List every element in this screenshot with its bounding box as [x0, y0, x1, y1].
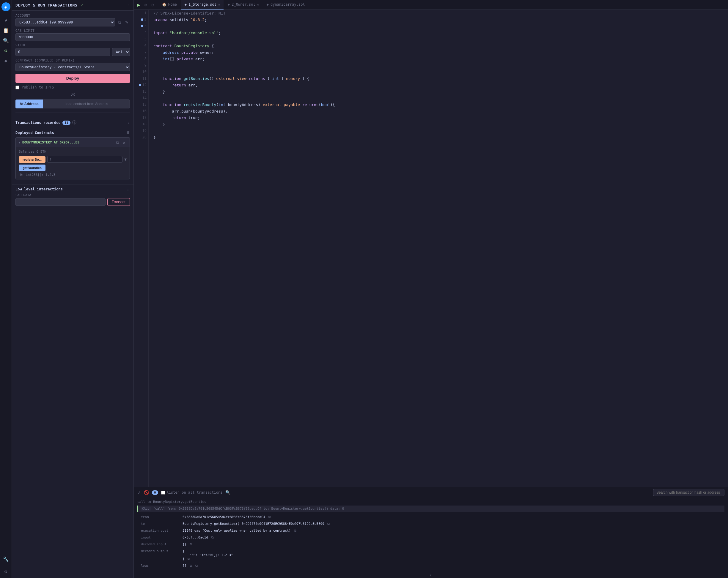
calldata-input[interactable] [16, 198, 106, 206]
to-label: to [137, 520, 179, 527]
copy-exec-icon[interactable]: ⧉ [294, 529, 296, 532]
call-header[interactable]: CALL [call] from: 0x5B38Da6a701c568545dC… [137, 505, 724, 512]
transact-button[interactable]: Transact [107, 198, 130, 206]
copy-decoded-input-icon[interactable]: ⧉ [190, 542, 192, 546]
tab-storage-close[interactable]: ✕ [218, 3, 220, 6]
info-icon: ⓘ [72, 120, 76, 125]
gutter-line-17: 17 [134, 114, 148, 121]
code-line-10 [153, 68, 723, 75]
register-input[interactable] [47, 156, 123, 163]
home-icon: 🏠 [162, 2, 166, 6]
tab-home-label: Home [168, 2, 177, 6]
transactions-badge: 11 [62, 120, 71, 125]
contract-label: CONTRACT (Compiled by Remix) [16, 58, 130, 62]
at-address-button[interactable]: At Address [16, 100, 43, 108]
contract-instance-header[interactable]: ▼ BOUNTYREGISTERY AT 0X9D7...B5 ⧉ ✕ [16, 138, 130, 147]
register-chevron[interactable]: ▼ [124, 157, 127, 162]
output-text: 0: int256[]: 1,2,3 [19, 173, 127, 177]
to-value: BountyRegistery.getBounties() 0x9D7f74d0… [179, 520, 724, 527]
tab-home[interactable]: 🏠 Home [158, 0, 180, 9]
code-editor[interactable]: // SPDX-License-Identifier: MIT pragma s… [149, 10, 728, 487]
search-tx-input[interactable] [653, 489, 724, 496]
register-bounty-button[interactable]: registerBo... [19, 156, 46, 163]
nav-icon-files[interactable]: 📋 [2, 26, 10, 34]
code-line-11: function getBounties() external view ret… [153, 75, 723, 82]
search-icon: 🔍 [225, 490, 230, 495]
input-label: input [137, 534, 179, 541]
decoded-output-inner: "0": "int256[]: 1,2,3" [183, 553, 233, 557]
deploy-button[interactable]: Deploy [16, 74, 130, 83]
listen-checkbox[interactable] [161, 491, 165, 495]
nav-icon-config[interactable]: ⚙ [2, 567, 10, 576]
code-line-18: } [153, 121, 723, 128]
get-bounties-button[interactable]: getBounties [19, 165, 46, 171]
calldata-label: CALLDATA [16, 193, 130, 197]
publish-checkbox[interactable] [16, 86, 19, 89]
gutter-line-15: 15 [134, 101, 148, 108]
zoom-in-icon[interactable]: ⊕ [143, 1, 149, 9]
account-section: ACCOUNT 0x5B3...eddC4 (99.9999999 ⧉ ✎ [16, 13, 130, 26]
edit-account-btn[interactable]: ✎ [124, 19, 130, 25]
code-line-16: arr.push(bountyAddress); [153, 108, 723, 114]
nav-icon-search[interactable]: 🔍 [2, 36, 10, 45]
close-contract-icon[interactable]: ✕ [122, 140, 127, 145]
account-row: 0x5B3...eddC4 (99.9999999 ⧉ ✎ [16, 18, 130, 26]
gutter-line-16: 16 [134, 108, 148, 114]
detail-decoded-input: decoded input {} ⧉ [137, 541, 724, 548]
nav-icon-build[interactable]: 🔧 [2, 555, 10, 563]
detail-input: input 0x0cf...0ac1d ⧉ [137, 534, 724, 541]
copy-from-icon[interactable]: ⧉ [268, 515, 271, 519]
copy-contract-icon[interactable]: ⧉ [115, 139, 120, 145]
copy-logs-icon-2[interactable]: ⧉ [195, 564, 198, 568]
nav-icon-settings[interactable]: ⚙ [2, 46, 10, 55]
gas-limit-label: GAS LIMIT [16, 29, 130, 33]
contract-instance-body: Balance: 0 ETH registerBo... ▼ getBounti… [16, 147, 130, 179]
function-row-register: registerBo... ▼ [19, 156, 127, 163]
balance-text: Balance: 0 ETH [19, 150, 127, 154]
logs-label: logs [137, 562, 179, 569]
code-line-20: } [153, 134, 723, 140]
copy-account-btn[interactable]: ⧉ [117, 19, 122, 26]
decoded-output-close: } ⧉ [183, 557, 721, 561]
tab-dynamic[interactable]: ◈ dynamicarray.sol [263, 0, 309, 9]
copy-decoded-output-icon[interactable]: ⧉ [188, 557, 190, 561]
tab-storage[interactable]: ◈ 1_Storage.sol ✕ [181, 0, 224, 9]
address-btn-row: At Address Load contract from Address [16, 100, 130, 108]
code-line-12: return arr; [153, 82, 723, 88]
logs-value: [] ⧉ ⧉ [179, 562, 724, 569]
publish-label: Publish to IPFS [22, 85, 54, 89]
contract-select[interactable]: BountyRegistery - contracts/1_Stora [16, 63, 130, 71]
zoom-out-icon[interactable]: ⊖ [150, 1, 155, 9]
low-level-section: Low level interactions ⋮ CALLDATA Transa… [12, 184, 133, 208]
decoded-input-value: {} ⧉ [179, 541, 724, 548]
nav-icon-git[interactable]: ◆ [2, 56, 10, 65]
console-clear-icon[interactable]: 🚫 [144, 490, 149, 495]
value-input[interactable] [16, 48, 110, 56]
copy-to-icon[interactable]: ⧉ [327, 522, 330, 526]
call-block: CALL [call] from: 0x5B38Da6a701c568545dC… [134, 504, 728, 572]
run-icon[interactable]: ▶ [136, 1, 141, 9]
console-expand-icon[interactable]: ⤢ [137, 490, 141, 495]
decoded-output-open: { [183, 549, 721, 553]
load-contract-button[interactable]: Load contract from Address [43, 100, 130, 108]
code-line-3 [153, 23, 723, 29]
copy-logs-icon-1[interactable]: ⧉ [190, 564, 192, 568]
gutter-line-14: 14 [134, 95, 148, 101]
console-area: ⤢ 🚫 0 listen on all transactions 🔍 call … [134, 487, 728, 578]
gutter-line-12: 12 [134, 82, 148, 88]
gas-limit-input[interactable] [16, 33, 130, 41]
trash-icon[interactable]: 🗑 [126, 130, 130, 135]
tab-owner-close[interactable]: ✕ [257, 3, 259, 6]
console-call-label: call to BountyRegistery.getBounties [134, 498, 728, 504]
tab-owner[interactable]: ◈ 2_Owner.sol ✕ [224, 0, 262, 9]
account-select[interactable]: 0x5B3...eddC4 (99.9999999 [16, 18, 115, 26]
more-options-icon[interactable]: ⋮ [126, 187, 130, 191]
copy-input-icon[interactable]: ⧉ [211, 535, 214, 540]
console-expand-button[interactable]: › [134, 572, 728, 578]
expand-icon[interactable]: › [128, 3, 130, 7]
code-line-1: // SPDX-License-Identifier: MIT [153, 10, 723, 16]
transactions-header[interactable]: Transactions recorded 11 ⓘ › [12, 118, 133, 128]
nav-icon-deploy[interactable]: ⚡ [2, 16, 10, 24]
account-label: ACCOUNT [16, 13, 130, 18]
unit-select[interactable]: Wei [112, 48, 130, 56]
